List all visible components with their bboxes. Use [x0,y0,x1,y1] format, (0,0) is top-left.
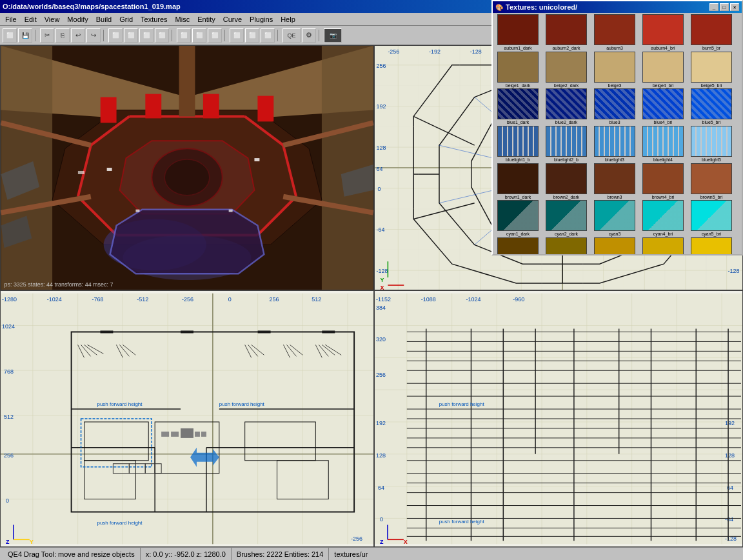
texture-item[interactable]: blue4_bri [639,88,687,125]
svg-text:-256: -256 [388,48,399,55]
tb-brush[interactable]: ⬜ [139,28,154,43]
menu-help[interactable]: Help [277,14,299,25]
texture-item[interactable]: bluelight4 [639,126,687,163]
menu-curve[interactable]: Curve [219,14,246,25]
texture-item[interactable]: brown2_dark [542,163,590,200]
svg-text:-256: -256 [351,535,362,542]
menu-entity[interactable]: Entity [193,14,219,25]
texture-item[interactable]: brown3 [591,163,639,200]
svg-text:1024: 1024 [2,323,15,330]
texture-item[interactable]: burn5_br [688,14,735,51]
svg-line-160 [78,345,84,357]
tb-qe[interactable]: QE [282,28,301,43]
texture-item[interactable]: auburn2_dark [542,14,590,51]
texture-item[interactable]: golden2_dar [542,237,590,254]
texture-item[interactable]: bluelight1_b [494,126,542,163]
texture-item[interactable]: auburn3 [591,14,639,51]
texture-item[interactable]: brown1_dark [494,163,542,200]
tb-csg-sub[interactable]: ⬜ [230,28,244,43]
viewport-side[interactable]: -1280 -1024 -768 -512 -256 0 256 512 102… [0,290,374,547]
texture-label: bluelight4 [653,157,673,163]
svg-rect-153 [155,422,219,474]
menu-misc[interactable]: Misc [172,14,194,25]
texture-swatch [546,52,587,83]
viewport-3d[interactable]: ps: 3325 states: 44 transforms: 44 msec:… [0,45,374,290]
texture-item[interactable]: auburn4_bri [639,14,687,51]
menu-view[interactable]: View [41,14,64,25]
menu-file[interactable]: File [1,14,21,25]
menu-build[interactable]: Build [92,14,115,25]
texture-item[interactable]: golden3 [591,237,639,254]
tb-copy[interactable]: ⎘ [55,28,70,43]
texture-label: bluelight5 [702,157,721,163]
svg-rect-182 [171,432,179,437]
status-coords: x: 0.0 y:: -952.0 z: 1280.0 [141,548,232,560]
texture-item[interactable]: beige4_bri [639,52,687,88]
texture-item[interactable]: golden1_dar [494,237,542,254]
tb-csg-merge[interactable]: ⬜ [245,28,259,43]
menu-grid[interactable]: Grid [115,14,137,25]
texture-swatch [546,163,587,194]
menu-plugins[interactable]: Plugins [246,14,277,25]
svg-line-163 [88,345,104,354]
tb-move[interactable]: ⬜ [177,28,191,43]
texture-minimize[interactable]: _ [709,3,718,11]
svg-rect-177 [81,419,152,467]
texture-item[interactable]: bluelight3 [591,126,639,163]
svg-line-171 [286,345,296,356]
svg-rect-187 [129,464,145,474]
tb-entity[interactable]: ⬜ [155,28,169,43]
tb-settings[interactable]: ⚙ [302,28,316,43]
texture-item[interactable]: cyan5_bri [688,200,735,237]
texture-label: bluelight2_b [554,157,579,163]
tb-camera[interactable]: 📷 [324,28,342,43]
texture-item[interactable]: auburn1_dark [494,14,542,51]
texture-item[interactable]: blue5_bri [688,88,735,125]
texture-item[interactable]: cyan2_dark [542,200,590,237]
tb-rotate[interactable]: ⬜ [192,28,206,43]
svg-text:Z: Z [6,539,10,545]
svg-text:0: 0 [228,296,232,303]
tb-redo[interactable]: ↪ [86,28,101,43]
texture-item[interactable]: blue3 [591,88,639,125]
svg-rect-10 [101,97,117,123]
svg-rect-25 [229,210,233,212]
texture-item[interactable]: golden4_bri [639,237,687,254]
menu-modify[interactable]: Modify [63,14,92,25]
texture-item[interactable]: cyan3 [591,200,639,237]
texture-item[interactable]: beige2_dark [542,52,590,88]
svg-line-165 [119,345,129,356]
texture-item[interactable]: blue1_dark [494,88,542,125]
svg-text:push  forward  height: push forward height [439,519,485,525]
tb-new[interactable]: ⬜ [3,28,17,43]
texture-item[interactable]: beige3 [591,52,639,88]
viewport-front[interactable]: -1152 -1088 -1024 -960 384 320 256 192 1… [374,290,743,547]
texture-item[interactable]: brown4_bri [639,163,687,200]
tb-csg-inter[interactable]: ⬜ [261,28,275,43]
texture-item[interactable]: cyan1_dark [494,200,542,237]
svg-line-162 [84,345,97,355]
texture-maximize[interactable]: □ [720,3,729,11]
svg-line-18 [1,197,91,213]
texture-item[interactable]: cyan4_bri [639,200,687,237]
texture-item[interactable]: blue2_dark [542,88,590,125]
texture-close[interactable]: × [730,3,739,11]
texture-item[interactable]: beige1_dark [494,52,542,88]
texture-panel-titlebar: 🎨 Textures: unicolored/ _ □ × [493,1,742,13]
tb-undo[interactable]: ↩ [71,28,85,43]
texture-item[interactable]: beige5_bri [688,52,735,88]
menu-edit[interactable]: Edit [21,14,41,25]
tb-save[interactable]: 💾 [18,28,32,43]
tb-cut[interactable]: ✂ [40,28,54,43]
menu-textures[interactable]: Textures [137,14,172,25]
texture-item[interactable]: golden5_bri [688,237,735,254]
texture-item[interactable]: bluelight5 [688,126,735,163]
texture-item[interactable]: bluelight2_b [542,126,590,163]
svg-text:192: 192 [376,420,386,426]
texture-item[interactable]: brown5_bri [688,163,735,200]
tb-deselect[interactable]: ⬜ [124,28,138,43]
tb-select[interactable]: ⬜ [108,28,123,43]
svg-text:256: 256 [4,452,14,459]
tb-scale[interactable]: ⬜ [208,28,222,43]
svg-text:-128: -128 [728,268,740,274]
